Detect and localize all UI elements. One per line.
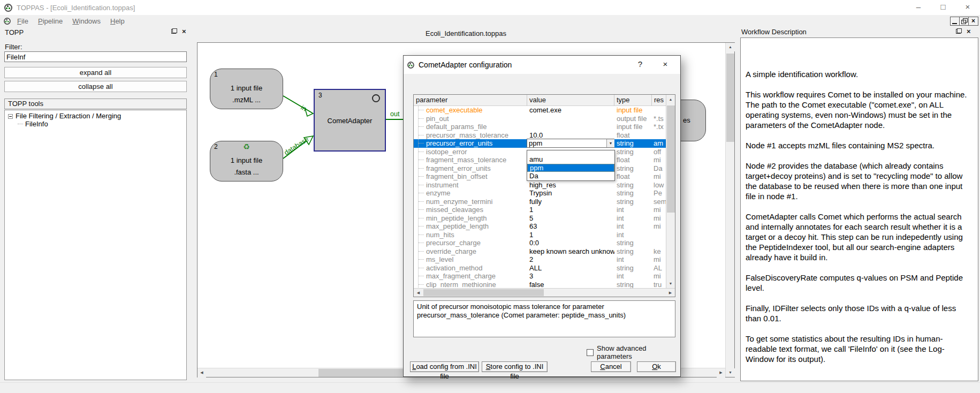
table-row[interactable]: activation_method ALL string AL [414, 264, 666, 273]
workflow-description-title: Workflow Description [741, 28, 807, 36]
table-row[interactable]: num_enzyme_termini fully string sem [414, 198, 666, 206]
show-advanced-checkbox[interactable] [587, 349, 594, 356]
error-units-combobox[interactable]: ppm [527, 139, 614, 148]
topp-panel-title: TOPP [5, 28, 24, 36]
param-name: max_fragment_charge [414, 272, 527, 281]
param-name: fragment_error_units [414, 164, 527, 173]
scroll-down-icon[interactable]: ▼ [666, 279, 675, 288]
column-value[interactable]: value [527, 95, 614, 105]
menu-item[interactable]: Windows [67, 16, 105, 26]
node-label: CometAdapter [315, 117, 385, 125]
param-type: string [614, 239, 652, 247]
param-name: precursor_charge [414, 239, 527, 247]
float-panel-icon[interactable] [956, 28, 962, 34]
column-restrictions[interactable]: res [652, 95, 666, 105]
table-row[interactable]: enzyme Trypsin string Pe [414, 189, 666, 198]
dropdown-option[interactable]: amu [527, 155, 614, 164]
table-row[interactable]: num_hits 1 int [414, 231, 666, 239]
collapse-all-button[interactable]: collapse all [4, 81, 187, 92]
cometadapter-node[interactable]: 3 CometAdapter [314, 89, 386, 152]
scroll-right-icon[interactable]: ▶ [717, 368, 725, 377]
close-panel-icon[interactable]: × [182, 28, 186, 34]
mdi-restore-icon[interactable] [960, 17, 969, 25]
combobox-arrow-icon[interactable]: ▼ [606, 139, 614, 147]
param-type: int [614, 255, 652, 264]
param-restrictions: mi [652, 222, 666, 231]
dialog-title-bar[interactable]: CometAdapter configuration ? × [404, 56, 680, 74]
dropdown-option[interactable]: ppm [527, 164, 614, 172]
close-panel-icon[interactable]: × [967, 28, 971, 34]
workflow-description-text[interactable]: A simple identification workflow. This w… [740, 37, 978, 381]
table-row[interactable]: ms_level 2 int mi [414, 255, 666, 264]
menu-items: File Pipeline Windows Help [12, 16, 130, 26]
load-config-button[interactable]: Load config from .INI file [410, 361, 479, 372]
param-restrictions: mi [652, 172, 666, 181]
scroll-up-icon[interactable]: ▲ [666, 95, 675, 104]
tree-group-row[interactable]: File Filtering / Extraction / Merging [5, 110, 186, 119]
param-value: keep known search unknown [527, 247, 614, 256]
param-name: comet_executable [414, 106, 527, 115]
ok-button[interactable]: Ok [637, 361, 676, 372]
param-type: input file [614, 106, 652, 115]
expand-all-button[interactable]: expand all [4, 67, 187, 78]
dropdown-option[interactable]: Da [527, 172, 614, 180]
maximize-button[interactable]: □ [931, 0, 955, 15]
table-row[interactable]: precursor_mass_tolerance 10.0 float [414, 131, 666, 140]
column-parameter[interactable]: parameter [414, 95, 527, 105]
scroll-up-icon[interactable]: ▲ [726, 43, 735, 51]
table-row[interactable]: instrument high_res string low [414, 181, 666, 190]
toppas-window: TOPPAS - [Ecoli_Identification.toppas] –… [0, 0, 980, 393]
scroll-left-icon[interactable]: ◀ [414, 289, 422, 297]
filter-label: Filter: [5, 43, 22, 51]
scrollbar-thumb[interactable] [423, 289, 544, 296]
table-row[interactable]: max_fragment_charge 3 int mi [414, 272, 666, 281]
param-name: ms_level [414, 255, 527, 264]
dialog-close-button[interactable]: × [655, 56, 676, 74]
param-value: high_res [527, 181, 614, 190]
table-row[interactable]: precursor_charge 0:0 string [414, 239, 666, 247]
scroll-right-icon[interactable]: ▶ [666, 289, 674, 297]
float-panel-icon[interactable] [171, 28, 177, 34]
table-row[interactable]: min_peptide_length 5 int mi [414, 214, 666, 223]
table-horizontal-scrollbar[interactable]: ◀ ▶ [414, 288, 675, 297]
workflow-tab-title: Ecoli_Identification.toppas [197, 29, 735, 37]
show-advanced-label: Show advanced parameters [597, 344, 680, 360]
table-row[interactable]: pin_out output file *.ts [414, 115, 666, 123]
param-name: activation_method [414, 264, 527, 273]
scroll-left-icon[interactable]: ◀ [197, 368, 206, 377]
canvas-vertical-scrollbar[interactable]: ▲ ▼ [725, 43, 734, 377]
mdi-minimize-icon[interactable] [951, 17, 960, 25]
table-row[interactable]: default_params_file input file *.tx [414, 123, 666, 131]
param-type: float [614, 156, 652, 164]
scrollbar-thumb[interactable] [667, 105, 675, 213]
table-row[interactable]: max_peptide_length 63 int mi [414, 222, 666, 231]
filter-input[interactable] [4, 51, 187, 62]
close-button[interactable]: × [955, 0, 980, 15]
minimize-button[interactable]: – [906, 0, 931, 15]
tree-item-fileinfo[interactable]: FileInfo [5, 119, 186, 129]
table-vertical-scrollbar[interactable]: ▲ ▼ [666, 95, 675, 289]
menu-item[interactable]: Help [105, 16, 130, 26]
scroll-down-icon[interactable]: ▼ [726, 368, 735, 377]
column-type[interactable]: type [614, 95, 652, 105]
table-row[interactable]: override_charge keep known search unknow… [414, 247, 666, 256]
topp-tools-tree: File Filtering / Extraction / Merging Fi… [4, 110, 187, 380]
description-paragraph: CometAdapter calls Comet which performs … [746, 211, 973, 262]
menu-item[interactable]: File [12, 16, 33, 26]
collapse-expander-icon[interactable] [8, 114, 13, 119]
menu-bar: File Pipeline Windows Help × [0, 15, 980, 27]
table-row[interactable]: clip_nterm_methionine false string tru [414, 281, 666, 289]
advanced-parameters-row: Show advanced parameters [587, 344, 680, 360]
table-row[interactable]: missed_cleavages 1 int mi [414, 206, 666, 214]
param-value: comet.exe [527, 106, 614, 115]
store-config-button[interactable]: Store config to .INI file [482, 361, 548, 372]
table-row[interactable]: comet_executable comet.exe input file [414, 106, 666, 115]
scrollbar-thumb[interactable] [726, 54, 734, 142]
param-name: isotope_error [414, 148, 527, 156]
cancel-button[interactable]: Cancel [591, 361, 631, 372]
mdi-close-icon[interactable]: × [969, 17, 978, 25]
input-node-fasta[interactable]: 2 ♻ 1 input file .fasta ... [210, 141, 283, 182]
input-node-mzml[interactable]: 1 1 input file .mzML ... [210, 69, 283, 109]
menu-item[interactable]: Pipeline [33, 16, 67, 26]
dialog-help-button[interactable]: ? [629, 56, 651, 74]
